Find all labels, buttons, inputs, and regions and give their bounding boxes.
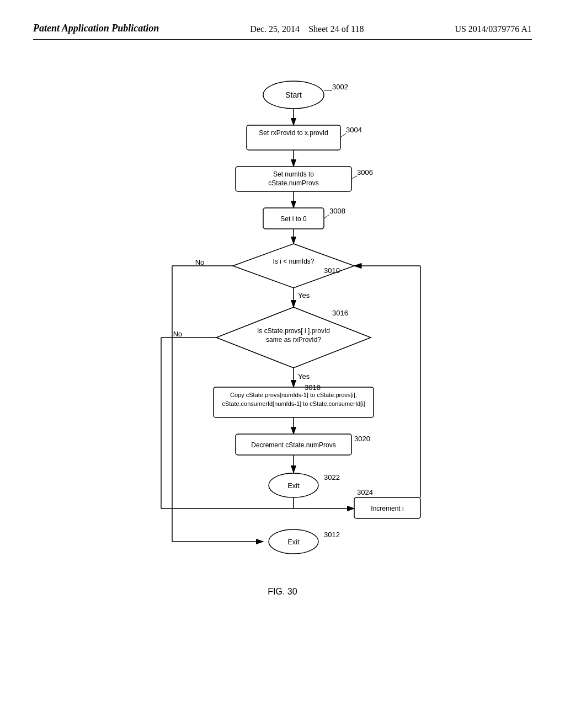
svg-text:No: No — [195, 258, 205, 266]
diagram-container: Start 3002 Set rxProvId to x.provId 3004… — [33, 62, 532, 602]
svg-text:cState.numProvs: cState.numProvs — [268, 179, 318, 187]
publication-date: Dec. 25, 2014 Sheet 24 of 118 — [250, 22, 364, 34]
svg-text:Set i to 0: Set i to 0 — [280, 215, 307, 223]
page-header: Patent Application Publication Dec. 25, … — [33, 22, 532, 40]
svg-marker-21 — [233, 244, 354, 288]
svg-text:Decrement cState.numProvs: Decrement cState.numProvs — [251, 441, 335, 449]
svg-text:No: No — [173, 330, 183, 338]
svg-text:Is i < numIds?: Is i < numIds? — [273, 258, 314, 265]
svg-text:cState.consumerId[numIds-1] to: cState.consumerId[numIds-1] to cState.co… — [222, 400, 365, 407]
svg-line-19 — [324, 215, 329, 218]
svg-text:Exit: Exit — [287, 538, 300, 546]
page: Patent Application Publication Dec. 25, … — [0, 0, 565, 728]
figure-caption: FIG. 30 — [117, 587, 448, 597]
svg-text:3022: 3022 — [324, 473, 340, 481]
svg-text:Set numIds to: Set numIds to — [273, 170, 314, 178]
svg-text:3008: 3008 — [329, 207, 345, 215]
svg-text:Increment i: Increment i — [371, 505, 403, 512]
svg-text:same as rxProvId?: same as rxProvId? — [266, 336, 321, 344]
svg-text:Is cState.provs[ i ].provId: Is cState.provs[ i ].provId — [257, 327, 330, 335]
svg-text:3010: 3010 — [324, 266, 340, 275]
svg-text:Exit: Exit — [287, 481, 300, 490]
publication-title: Patent Application Publication — [33, 22, 159, 35]
svg-text:Yes: Yes — [298, 372, 310, 381]
svg-text:3002: 3002 — [332, 83, 348, 91]
patent-number: US 2014/0379776 A1 — [455, 22, 532, 34]
svg-text:3024: 3024 — [357, 488, 373, 496]
svg-line-14 — [351, 176, 357, 179]
svg-text:3004: 3004 — [346, 126, 362, 134]
svg-text:3018: 3018 — [305, 383, 321, 392]
svg-text:Start: Start — [285, 90, 302, 99]
svg-text:3006: 3006 — [357, 168, 373, 176]
svg-text:3020: 3020 — [354, 435, 370, 443]
flowchart-svg: Start 3002 Set rxProvId to x.provId 3004… — [117, 62, 448, 602]
svg-text:Set rxProvId to x.provId: Set rxProvId to x.provId — [259, 129, 328, 137]
svg-text:Copy cState.provs[numIds-1] to: Copy cState.provs[numIds-1] to cState.pr… — [230, 392, 357, 398]
svg-text:Yes: Yes — [298, 291, 310, 299]
svg-text:3012: 3012 — [324, 531, 340, 539]
svg-text:3016: 3016 — [332, 309, 348, 317]
svg-line-8 — [340, 133, 346, 137]
